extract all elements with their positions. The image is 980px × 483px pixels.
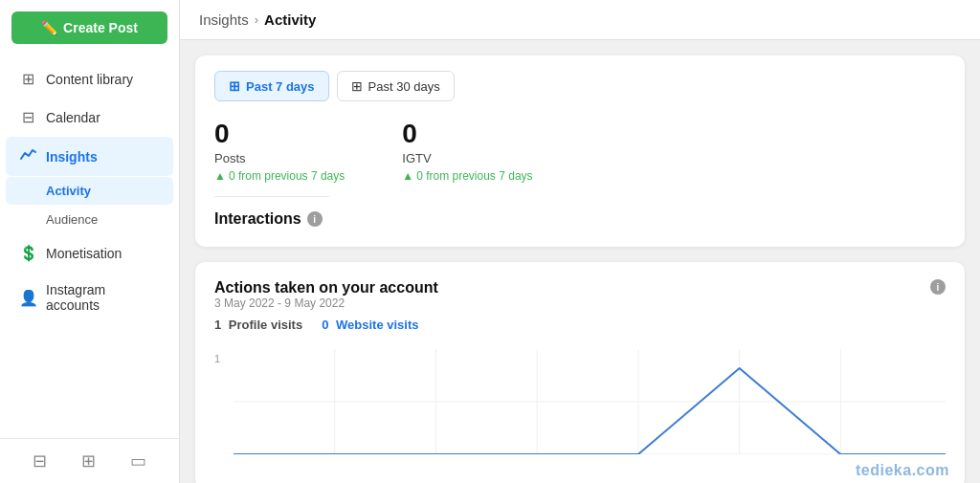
- posts-change-text: 0 from previous 7 days: [229, 169, 345, 183]
- sidebar-item-insights[interactable]: Insights: [6, 137, 173, 176]
- create-post-label: Create Post: [63, 20, 138, 35]
- igtv-change: ▲ 0 from previous 7 days: [402, 169, 532, 183]
- interactions-title: Interactions: [214, 210, 301, 228]
- arrow-up-icon-2: ▲: [402, 169, 413, 183]
- interactions-info-icon[interactable]: i: [307, 211, 323, 227]
- chart-date-range: 3 May 2022 - 9 May 2022: [214, 296, 438, 310]
- sub-nav-label: Audience: [46, 212, 98, 227]
- tab-past-30-days[interactable]: ⊞ Past 30 days: [337, 71, 455, 101]
- stats-row: 0 Posts ▲ 0 from previous 7 days 0 IGTV …: [214, 121, 946, 183]
- pencil-icon: ✏️: [41, 20, 57, 35]
- monetisation-icon: 💲: [19, 244, 36, 262]
- stat-igtv: 0 IGTV ▲ 0 from previous 7 days: [402, 121, 532, 183]
- posts-label: Posts: [214, 151, 345, 165]
- legend-website-visits: 0 Website visits: [322, 318, 422, 332]
- sidebar-item-content-library[interactable]: ⊞ Content library: [6, 60, 173, 98]
- chart-card-header: Actions taken on your account 3 May 2022…: [214, 279, 946, 345]
- sidebar-item-monetisation[interactable]: 💲 Monetisation: [6, 234, 173, 272]
- period-tabs: ⊞ Past 7 days ⊞ Past 30 days: [214, 71, 946, 101]
- sidebar-nav: ⊞ Content library ⊟ Calendar Insights Ac…: [0, 59, 179, 438]
- calendar-tab-icon: ⊞: [229, 78, 240, 94]
- chart-area: 1: [214, 349, 946, 473]
- tab-label: Past 30 days: [368, 79, 440, 94]
- sub-nav-label: Activity: [46, 184, 91, 198]
- main-content: Insights › Activity ⊞ Past 7 days ⊞ Past…: [180, 0, 980, 483]
- chart-card: Actions taken on your account 3 May 2022…: [195, 262, 965, 483]
- calendar-icon: ⊟: [19, 108, 36, 126]
- breadcrumb-parent[interactable]: Insights: [199, 11, 249, 28]
- tab-past-7-days[interactable]: ⊞ Past 7 days: [214, 71, 329, 101]
- legend-profile-visits: 1 Profile visits: [214, 318, 306, 332]
- sidebar-item-label: Calendar: [46, 110, 100, 125]
- content-area: ⊞ Past 7 days ⊞ Past 30 days 0 Posts ▲ 0…: [180, 40, 980, 483]
- sidebar-item-label: Content library: [46, 72, 133, 87]
- igtv-number: 0: [402, 121, 532, 147]
- sidebar-item-calendar[interactable]: ⊟ Calendar: [6, 99, 173, 136]
- sidebar-toggle-icon[interactable]: ⊟: [33, 450, 47, 472]
- stats-card: ⊞ Past 7 days ⊞ Past 30 days 0 Posts ▲ 0…: [195, 55, 965, 247]
- chart-header-left: Actions taken on your account 3 May 2022…: [214, 279, 438, 345]
- chart-svg: [234, 349, 946, 454]
- interactions-header: Interactions i: [214, 210, 946, 228]
- chart-legend: 1 Profile visits 0 Website visits: [214, 318, 438, 332]
- chart-y-label: 1: [214, 353, 220, 364]
- posts-change: ▲ 0 from previous 7 days: [214, 169, 345, 183]
- insights-icon: [19, 146, 36, 166]
- tablet-view-icon[interactable]: ▭: [130, 450, 146, 472]
- grid-view-icon[interactable]: ⊞: [81, 450, 96, 472]
- profile-visits-count: 1: [214, 318, 221, 332]
- website-visits-count: 0: [322, 318, 328, 332]
- calendar-tab-icon-2: ⊞: [351, 78, 363, 94]
- sidebar-item-label: Insights: [46, 149, 98, 165]
- instagram-accounts-icon: 👤: [19, 289, 36, 307]
- sidebar: ✏️ Create Post ⊞ Content library ⊟ Calen…: [0, 0, 180, 483]
- stat-posts: 0 Posts ▲ 0 from previous 7 days: [214, 121, 345, 183]
- sidebar-subitem-activity[interactable]: Activity: [6, 177, 173, 205]
- content-library-icon: ⊞: [19, 70, 36, 88]
- sidebar-bottom: ⊟ ⊞ ▭: [0, 438, 179, 483]
- igtv-label: IGTV: [402, 151, 532, 165]
- igtv-change-text: 0 from previous 7 days: [416, 169, 532, 183]
- website-visits-label: Website visits: [336, 318, 418, 332]
- breadcrumb-chevron-icon: ›: [255, 12, 258, 27]
- create-post-button[interactable]: ✏️ Create Post: [11, 11, 167, 44]
- arrow-up-icon: ▲: [214, 169, 226, 183]
- tab-label: Past 7 days: [246, 79, 315, 94]
- chart-info-icon[interactable]: i: [930, 279, 946, 295]
- breadcrumb: Insights › Activity: [180, 0, 980, 40]
- sidebar-item-label: Monetisation: [46, 246, 122, 261]
- profile-visits-label: Profile visits: [229, 318, 302, 332]
- sidebar-subitem-audience[interactable]: Audience: [6, 206, 173, 233]
- stats-divider: [214, 196, 329, 197]
- chart-title: Actions taken on your account: [214, 279, 438, 296]
- sidebar-item-instagram-accounts[interactable]: 👤 Instagram accounts: [6, 273, 173, 322]
- posts-number: 0: [214, 121, 345, 147]
- sidebar-item-label: Instagram accounts: [46, 282, 160, 313]
- watermark: tedieka.com: [856, 462, 949, 479]
- breadcrumb-current: Activity: [264, 11, 316, 28]
